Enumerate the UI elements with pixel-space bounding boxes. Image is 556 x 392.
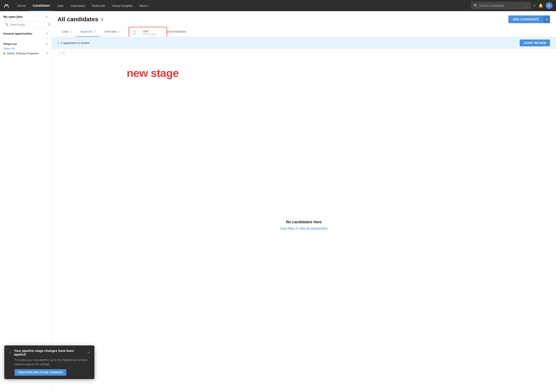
nav-visual-insights[interactable]: Visual Insights (108, 0, 136, 11)
search-shortcut: / (525, 4, 529, 8)
tab-applicant[interactable]: Applicant 2 (76, 27, 100, 37)
chevron-down-icon: ▾ (148, 5, 149, 7)
filter-icon[interactable]: ⚙ (533, 4, 536, 7)
sidebar-item-senior-software-engineer[interactable]: Senior Software Engineer 0 (0, 50, 51, 56)
select-all-link[interactable]: Select all (0, 46, 51, 50)
sidebar-general-opportunities[interactable]: General opportunities 0 (0, 30, 51, 37)
select-all-checkbox-wrapper[interactable]: ▾ (58, 52, 66, 55)
stage-count-new-applicant: 2 (133, 29, 140, 36)
top-navigation: Home Candidates Jobs Interviews Referral… (0, 0, 556, 11)
job-count: 0 (46, 52, 48, 55)
add-candidate-dropdown-button[interactable]: ▾ (543, 15, 550, 23)
stage-label-new: NEW (143, 30, 156, 33)
page-header: All candidates ∨ ADD CANDIDATE ▾ (52, 11, 556, 27)
view-all-opportunities-link[interactable]: view all opportunities (300, 226, 328, 230)
page-title: All candidates ∨ (58, 16, 104, 23)
sidebar-sort-icon[interactable]: ⇅ (48, 23, 51, 26)
start-review-button[interactable]: START REVIEW (520, 39, 550, 46)
sidebar-search-icon: 🔍 (5, 23, 8, 26)
review-banner: ℹ 2 applicants to review START REVIEW (52, 37, 556, 49)
sidebar-search-bar[interactable]: 🔍 ⇅ (3, 21, 49, 28)
nav-interviews[interactable]: Interviews (67, 0, 89, 11)
nav-referrals[interactable]: Referrals (88, 0, 108, 11)
app-body: My open jobs ∧ 🔍 ⇅ General opportunities… (0, 11, 556, 392)
stage-dropdown: 2 NEW APPLICANT › 0 HIREJOY RESUME REVIE… (129, 27, 167, 37)
tab-interview-count: 0 (118, 30, 120, 33)
sidebar: My open jobs ∧ 🔍 ⇅ General opportunities… (0, 11, 52, 392)
stage-chevron-icon: › (160, 31, 160, 34)
table-toolbar: ▾ (52, 49, 556, 58)
job-active-dot (3, 53, 5, 54)
tab-applicant-count: 2 (94, 30, 96, 33)
pipeline-tabs: Lead 0 Applicant 2 Interview 0 📋 Archive… (52, 27, 556, 37)
toast-title: Your pipeline stage changes have been ap… (14, 349, 85, 356)
nav-jobs[interactable]: Jobs (54, 0, 67, 11)
info-icon: ℹ (58, 41, 59, 45)
empty-state: No candidates here Clear filters or view… (52, 58, 556, 392)
add-candidate-button[interactable]: ADD CANDIDATE (508, 15, 543, 23)
page-title-dropdown-icon[interactable]: ∨ (100, 17, 104, 22)
app-logo[interactable] (3, 3, 9, 8)
clear-filters-link[interactable]: Clear filters (280, 226, 295, 230)
view-pipeline-changes-button[interactable]: VIEW PIPELINE STAGE CHANGES (15, 369, 66, 376)
toast-close-button[interactable]: ✕ (87, 351, 90, 355)
empty-state-links: Clear filters or view all opportunities (280, 226, 328, 230)
toast-notification: ✓ Your pipeline stage changes have been … (4, 346, 94, 379)
toast-body: To review your new pipeline, go to the P… (8, 358, 90, 366)
add-candidate-button-group: ADD CANDIDATE ▾ (508, 15, 550, 23)
select-all-checkbox[interactable] (58, 52, 61, 55)
sidebar-title: My open jobs (3, 15, 23, 18)
select-dropdown-button[interactable]: ▾ (62, 52, 66, 55)
stage-sublabel-applicant: APPLICANT (143, 33, 156, 36)
notification-bell-icon[interactable]: 🔔 (538, 3, 543, 8)
review-banner-text: 2 applicants to review (61, 41, 90, 45)
job-name: Senior Software Engineer (7, 52, 46, 55)
search-bar[interactable]: 🔍 / (471, 2, 531, 9)
general-opportunities-label[interactable]: General opportunities 0 (3, 32, 48, 35)
general-opportunities-count: 0 (46, 32, 48, 35)
tab-lead-count: 0 (70, 30, 72, 33)
main-content: All candidates ∨ ADD CANDIDATE ▾ Lead 0 … (52, 11, 556, 392)
sidebar-collapse-icon[interactable]: ∧ (45, 15, 48, 19)
search-icon: 🔍 (474, 4, 478, 7)
sidebar-group-shiya-luo: Shiya Luo ∧ (0, 41, 51, 46)
tab-lead[interactable]: Lead 0 (58, 27, 76, 37)
nav-more[interactable]: More ▾ (136, 0, 152, 11)
toast-check-icon: ✓ (8, 350, 12, 355)
stage-new-applicant[interactable]: 2 NEW APPLICANT › (129, 27, 167, 37)
search-input[interactable] (479, 4, 524, 7)
sidebar-header: My open jobs ∧ (0, 15, 51, 21)
nav-home[interactable]: Home (14, 0, 29, 11)
nav-items: Home Candidates Jobs Interviews Referral… (14, 0, 471, 11)
empty-state-title: No candidates here (286, 220, 322, 224)
sidebar-search-input[interactable] (10, 23, 46, 26)
avatar[interactable]: S (546, 2, 553, 9)
sidebar-group-toggle-icon[interactable]: ∧ (46, 42, 48, 46)
tab-interview[interactable]: Interview 0 (100, 27, 124, 37)
nav-candidates[interactable]: Candidates (29, 0, 54, 11)
